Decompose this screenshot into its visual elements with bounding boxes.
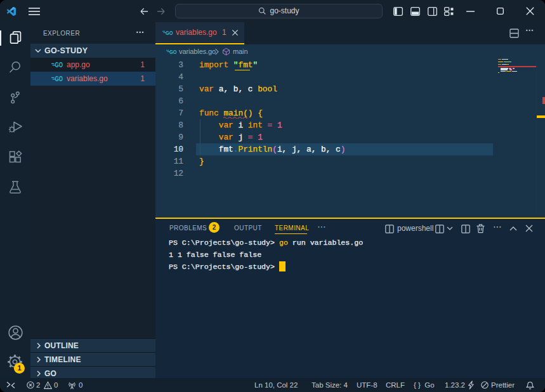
- svg-text:GO: GO: [169, 48, 177, 55]
- svg-text:GO: GO: [55, 75, 63, 82]
- svg-text:GO: GO: [55, 62, 63, 69]
- svg-text:GO: GO: [166, 29, 173, 36]
